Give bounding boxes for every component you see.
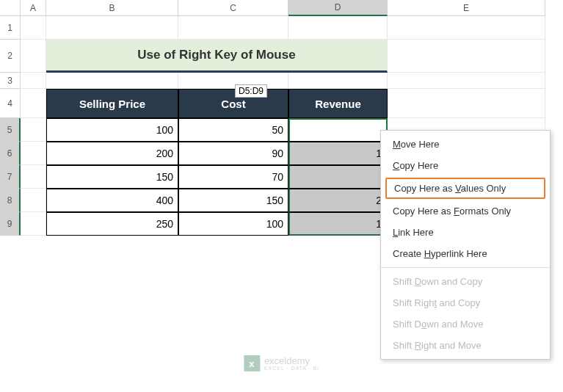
table-cell[interactable]: 100 bbox=[178, 212, 288, 236]
table-cell[interactable]: 1 bbox=[288, 142, 388, 165]
table-cell[interactable]: 2 bbox=[288, 189, 388, 212]
col-header-a[interactable]: A bbox=[21, 0, 46, 16]
table-cell[interactable]: 90 bbox=[178, 142, 288, 165]
row-header-5[interactable]: 5 bbox=[0, 118, 21, 142]
right-click-drag-menu: Move HereCopy HereCopy Here as Values On… bbox=[380, 130, 551, 360]
table-cell[interactable]: 250 bbox=[46, 212, 178, 236]
table-cell[interactable]: 100 bbox=[46, 118, 178, 142]
excel-icon: x bbox=[244, 355, 260, 371]
cell[interactable] bbox=[21, 118, 46, 142]
col-header-e[interactable]: E bbox=[388, 0, 545, 16]
menu-item-9: Shift Down and Move bbox=[381, 313, 550, 335]
table-cell[interactable]: 150 bbox=[178, 189, 288, 212]
cell[interactable] bbox=[21, 40, 46, 73]
header-revenue[interactable]: Revenue bbox=[288, 89, 388, 118]
menu-item-4[interactable]: Link Here bbox=[381, 222, 550, 243]
table-cell[interactable]: 70 bbox=[178, 165, 288, 189]
table-cell[interactable] bbox=[288, 118, 388, 142]
row-header-7[interactable]: 7 bbox=[0, 165, 21, 189]
table-cell[interactable]: 50 bbox=[178, 118, 288, 142]
cell[interactable] bbox=[46, 16, 178, 40]
menu-item-10: Shift Right and Move bbox=[381, 335, 550, 356]
row-header-9[interactable]: 9 bbox=[0, 212, 21, 236]
row-header-8[interactable]: 8 bbox=[0, 189, 21, 212]
table-cell[interactable]: 150 bbox=[46, 165, 178, 189]
table-cell[interactable] bbox=[288, 165, 388, 189]
row-header-2[interactable]: 2 bbox=[0, 40, 21, 73]
select-all-corner[interactable] bbox=[0, 0, 21, 16]
menu-item-3[interactable]: Copy Here as Formats Only bbox=[381, 200, 550, 222]
cell[interactable] bbox=[21, 212, 46, 236]
cell[interactable] bbox=[388, 40, 545, 73]
table-cell[interactable]: 200 bbox=[46, 142, 178, 165]
watermark-name: exceldemy bbox=[264, 356, 319, 366]
menu-item-0[interactable]: Move Here bbox=[381, 134, 550, 155]
header-selling-price[interactable]: Selling Price bbox=[46, 89, 178, 118]
col-header-c[interactable]: C bbox=[178, 0, 288, 16]
header-cost[interactable]: Cost bbox=[178, 89, 288, 118]
cell[interactable] bbox=[288, 16, 388, 40]
cell[interactable] bbox=[178, 73, 288, 89]
cell[interactable] bbox=[21, 89, 46, 118]
watermark: x exceldemy EXCEL · DATA · BI bbox=[244, 355, 319, 371]
menu-item-5[interactable]: Create Hyperlink Here bbox=[381, 243, 550, 264]
name-box-tooltip: D5:D9 bbox=[235, 84, 267, 98]
menu-separator bbox=[381, 267, 550, 268]
cell[interactable] bbox=[388, 89, 545, 118]
menu-item-1[interactable]: Copy Here bbox=[381, 155, 550, 176]
cell[interactable] bbox=[178, 16, 288, 40]
menu-item-7: Shift Down and Copy bbox=[381, 271, 550, 292]
table-cell[interactable]: 400 bbox=[46, 189, 178, 212]
cell[interactable] bbox=[388, 16, 545, 40]
col-header-b[interactable]: B bbox=[46, 0, 178, 16]
cell[interactable] bbox=[21, 73, 46, 89]
cell[interactable] bbox=[21, 165, 46, 189]
watermark-sub: EXCEL · DATA · BI bbox=[264, 366, 319, 371]
title-cell[interactable]: Use of Right Key of Mouse bbox=[46, 40, 388, 73]
cell[interactable] bbox=[288, 73, 388, 89]
cell[interactable] bbox=[46, 73, 178, 89]
row-header-3[interactable]: 3 bbox=[0, 73, 21, 89]
row-header-6[interactable]: 6 bbox=[0, 142, 21, 165]
row-header-4[interactable]: 4 bbox=[0, 89, 21, 118]
cell[interactable] bbox=[21, 189, 46, 212]
cell[interactable] bbox=[21, 142, 46, 165]
cell[interactable] bbox=[388, 73, 545, 89]
table-cell[interactable]: 1 bbox=[288, 212, 388, 236]
menu-item-2[interactable]: Copy Here as Values Only bbox=[385, 178, 545, 199]
col-header-d[interactable]: D bbox=[288, 0, 388, 16]
menu-item-8: Shift Right and Copy bbox=[381, 292, 550, 313]
row-header-1[interactable]: 1 bbox=[0, 16, 21, 40]
cell[interactable] bbox=[21, 16, 46, 40]
